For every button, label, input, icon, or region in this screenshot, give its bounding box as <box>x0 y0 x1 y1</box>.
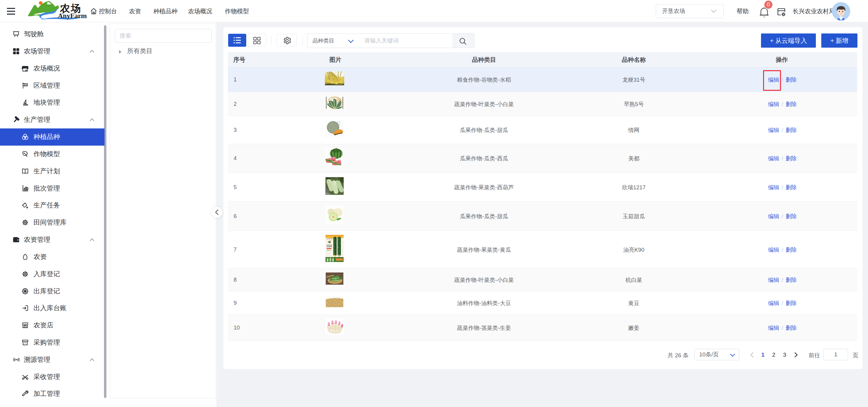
svg-text:AnyFarm: AnyFarm <box>58 12 87 20</box>
